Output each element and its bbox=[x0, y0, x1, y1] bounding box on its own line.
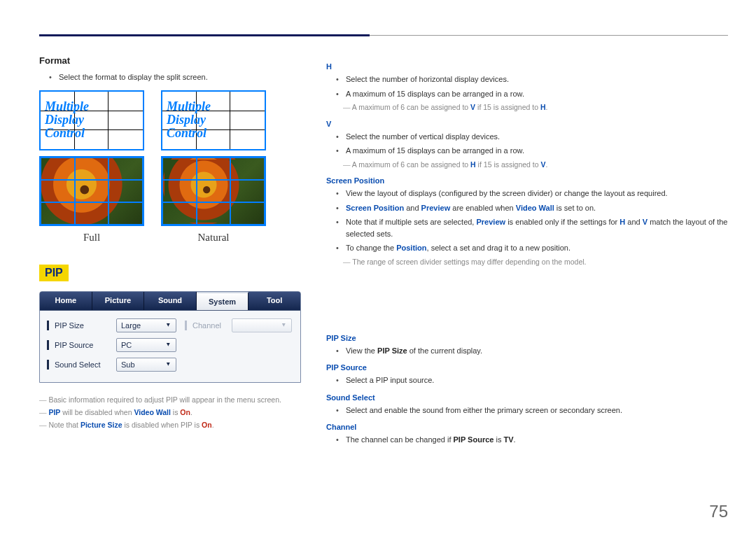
mdc-grid-full: Multiple Display Control bbox=[39, 90, 144, 150]
note-picture-size: Note that Picture Size is disabled when … bbox=[39, 421, 301, 429]
sound-select-bullet: Select and enable the sound from either … bbox=[339, 405, 728, 416]
channel-label: Channel bbox=[192, 321, 232, 330]
mdc-text-line: Display bbox=[167, 113, 265, 127]
row-pip-size: PIP Size Large Channel bbox=[47, 316, 293, 335]
pip-source-label: PIP Source bbox=[55, 341, 116, 349]
label-full: Full bbox=[83, 232, 100, 244]
v-bullet-2: A maximum of 15 displays can be arranged… bbox=[339, 145, 728, 157]
right-column: H Select the number of horizontal displa… bbox=[326, 55, 728, 449]
tab-picture[interactable]: Picture bbox=[92, 292, 145, 310]
h-bullet-2: A maximum of 15 displays can be arranged… bbox=[339, 88, 728, 100]
tab-tool[interactable]: Tool bbox=[248, 292, 300, 310]
tab-system[interactable]: System bbox=[197, 292, 249, 310]
pip-source-bullet: Select a PIP input source. bbox=[339, 374, 728, 386]
sp-bullet-3: Note that if multiple sets are selected,… bbox=[339, 216, 728, 239]
pip-size-bullet: View the PIP Size of the current display… bbox=[339, 345, 728, 357]
h-heading: H bbox=[326, 62, 728, 71]
note-pip-disabled: PIP will be disabled when Video Wall is … bbox=[39, 408, 301, 416]
format-illustrations: Multiple Display Control Full Multiple D… bbox=[39, 90, 301, 244]
channel-bullet: The channel can be changed if PIP Source… bbox=[339, 434, 728, 446]
sound-select-select[interactable]: Sub bbox=[116, 358, 176, 372]
sound-select-heading: Sound Select bbox=[326, 393, 728, 402]
row-pip-source: PIP Source PC bbox=[47, 336, 293, 354]
v-note: A maximum of 6 can be assigned to H if 1… bbox=[343, 160, 728, 170]
pip-source-select[interactable]: PC bbox=[116, 338, 176, 352]
tab-home[interactable]: Home bbox=[40, 292, 92, 310]
channel-select[interactable] bbox=[232, 318, 292, 332]
pip-size-heading: PIP Size bbox=[326, 334, 728, 342]
sound-select-label: Sound Select bbox=[55, 360, 116, 369]
screen-position-heading: Screen Position bbox=[326, 176, 728, 185]
label-natural: Natural bbox=[198, 232, 230, 244]
mdc-text-line: Multiple bbox=[45, 100, 143, 113]
format-heading: Format bbox=[39, 55, 301, 66]
mdc-text-line: Control bbox=[45, 127, 143, 140]
row-sound-select: Sound Select Sub bbox=[47, 356, 293, 374]
h-bullet-1: Select the number of horizontal display … bbox=[339, 73, 728, 85]
left-footnotes: Basic information required to adjust PIP… bbox=[39, 395, 301, 429]
flower-grid-natural bbox=[161, 156, 266, 226]
pip-source-heading: PIP Source bbox=[326, 363, 728, 372]
pip-badge: PIP bbox=[39, 265, 69, 281]
mdc-text-line: Control bbox=[167, 127, 265, 140]
pip-size-label: PIP Size bbox=[55, 321, 116, 330]
mdc-text-line: Display bbox=[45, 113, 143, 127]
pip-size-select[interactable]: Large bbox=[116, 318, 176, 332]
tab-sound[interactable]: Sound bbox=[144, 292, 197, 310]
page-number: 75 bbox=[709, 502, 728, 521]
header-rule bbox=[39, 35, 728, 36]
note-basic-info: Basic information required to adjust PIP… bbox=[39, 395, 301, 404]
sp-note: The range of screen divider settings may… bbox=[343, 257, 728, 267]
sp-bullet-2: Screen Position and Preview are enabled … bbox=[339, 202, 728, 214]
format-bullet: Select the format to display the split s… bbox=[52, 71, 301, 83]
mdc-grid-natural: Multiple Display Control bbox=[161, 90, 266, 150]
sp-bullet-4: To change the Position, select a set and… bbox=[339, 242, 728, 254]
channel-heading: Channel bbox=[326, 423, 728, 431]
mdc-text-line: Multiple bbox=[167, 100, 265, 113]
sp-bullet-1: View the layout of displays (configured … bbox=[339, 188, 728, 199]
v-bullet-1: Select the number of vertical display de… bbox=[339, 131, 728, 143]
v-heading: V bbox=[326, 120, 728, 128]
h-note: A maximum of 6 can be assigned to V if 1… bbox=[343, 102, 728, 113]
pip-tabs: Home Picture Sound System Tool bbox=[40, 292, 300, 311]
flower-grid-full bbox=[39, 156, 144, 226]
left-column: Format Select the format to display the … bbox=[39, 55, 301, 449]
pip-settings-panel: Home Picture Sound System Tool PIP Size … bbox=[39, 291, 301, 383]
